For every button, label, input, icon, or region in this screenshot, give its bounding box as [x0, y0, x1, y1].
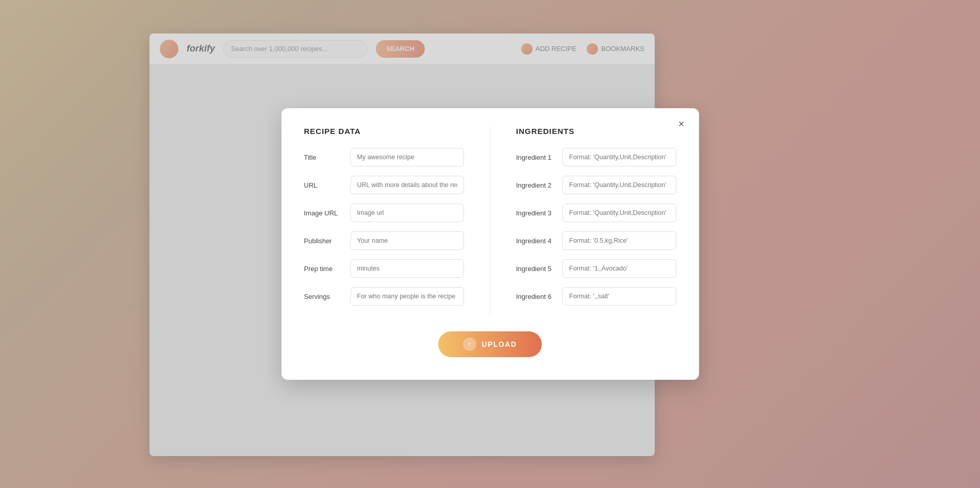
upload-button-wrap: ↑ UPLOAD [304, 331, 676, 357]
modal-body: RECIPE DATA Title URL Image URL Publishe… [304, 127, 676, 315]
prep-time-row: Prep time [304, 259, 464, 278]
recipe-upload-modal: × RECIPE DATA Title URL Image URL [281, 108, 699, 380]
ingredients-section-title: INGREDIENTS [516, 127, 676, 136]
modal-overlay: × RECIPE DATA Title URL Image URL [0, 0, 980, 488]
modal-close-button[interactable]: × [674, 116, 689, 131]
ingredient-2-label: Ingredient 2 [516, 181, 556, 189]
image-url-row: Image URL [304, 204, 464, 222]
ingredient-5-label: Ingredient 5 [516, 265, 556, 273]
publisher-row: Publisher [304, 231, 464, 250]
ingredient-6-label: Ingredient 6 [516, 293, 556, 300]
url-label: URL [304, 181, 344, 189]
ingredient-row-3: Ingredient 3 [516, 204, 676, 222]
servings-label: Servings [304, 293, 344, 300]
recipe-data-section: RECIPE DATA Title URL Image URL Publishe… [304, 127, 464, 315]
title-label: Title [304, 154, 344, 161]
publisher-label: Publisher [304, 237, 344, 245]
servings-row: Servings [304, 287, 464, 306]
upload-label: UPLOAD [481, 340, 517, 348]
ingredient-row-4: Ingredient 4 [516, 231, 676, 250]
ingredient-3-label: Ingredient 3 [516, 209, 556, 217]
servings-input[interactable] [351, 287, 464, 306]
ingredients-list: Ingredient 1Ingredient 2Ingredient 3Ingr… [516, 148, 676, 306]
section-divider [490, 127, 490, 315]
ingredient-row-1: Ingredient 1 [516, 148, 676, 166]
title-row: Title [304, 148, 464, 166]
ingredient-1-label: Ingredient 1 [516, 154, 556, 161]
ingredient-1-input[interactable] [562, 148, 676, 166]
publisher-input[interactable] [351, 231, 464, 250]
upload-button[interactable]: ↑ UPLOAD [438, 331, 541, 357]
ingredient-row-5: Ingredient 5 [516, 259, 676, 278]
ingredient-2-input[interactable] [562, 176, 676, 194]
prep-time-input[interactable] [351, 259, 464, 278]
image-url-input[interactable] [351, 204, 464, 222]
recipe-section-title: RECIPE DATA [304, 127, 464, 136]
title-input[interactable] [351, 148, 464, 166]
url-row: URL [304, 176, 464, 194]
image-url-label: Image URL [304, 209, 344, 217]
ingredient-4-label: Ingredient 4 [516, 237, 556, 245]
url-input[interactable] [351, 176, 464, 194]
ingredient-row-2: Ingredient 2 [516, 176, 676, 194]
ingredient-3-input[interactable] [562, 204, 676, 222]
upload-icon: ↑ [463, 338, 476, 351]
ingredient-5-input[interactable] [562, 259, 676, 278]
ingredients-section: INGREDIENTS Ingredient 1Ingredient 2Ingr… [516, 127, 676, 315]
ingredient-row-6: Ingredient 6 [516, 287, 676, 306]
prep-time-label: Prep time [304, 265, 344, 273]
ingredient-6-input[interactable] [562, 287, 676, 306]
ingredient-4-input[interactable] [562, 231, 676, 250]
